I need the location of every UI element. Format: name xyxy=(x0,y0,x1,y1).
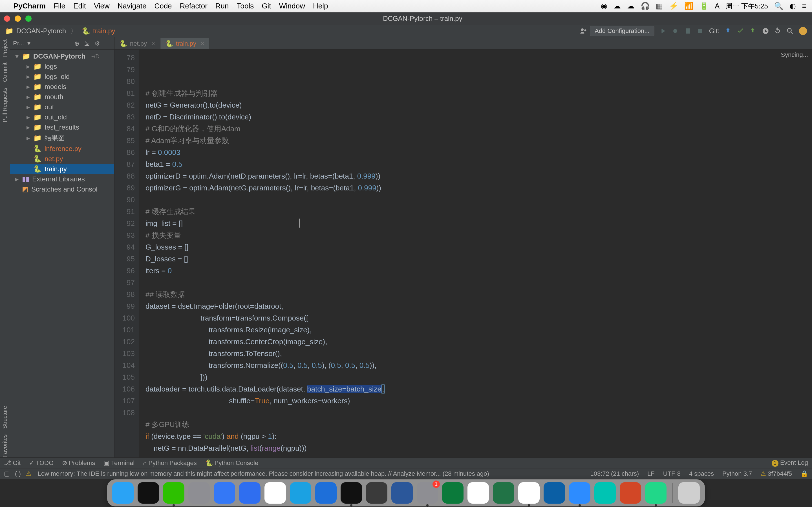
zoom-window-button[interactable] xyxy=(26,15,32,22)
dock-keynote-blue-icon[interactable] xyxy=(290,482,311,504)
git-push-icon[interactable] xyxy=(749,27,757,35)
dock-powerpoint-icon[interactable] xyxy=(620,482,641,504)
tray-siri-icon[interactable]: ◐ xyxy=(790,2,796,10)
status-caret-pos[interactable]: 103:72 (21 chars) xyxy=(591,470,639,477)
tree-folder-results-cn[interactable]: ▸📁结果图 xyxy=(10,132,114,144)
coverage-icon[interactable] xyxy=(684,27,692,35)
menu-git[interactable]: Git xyxy=(262,2,271,10)
dock-wechat-icon[interactable] xyxy=(163,482,185,504)
dock-siri-icon[interactable] xyxy=(138,482,159,504)
event-log[interactable]: 1Event Log xyxy=(772,459,808,467)
tree-folder-models[interactable]: ▸📁models xyxy=(10,82,114,92)
tray-cloud-icon[interactable]: ☁ xyxy=(627,2,635,10)
menu-help[interactable]: Help xyxy=(313,2,328,10)
breadcrumb-context-icon[interactable]: ( ) xyxy=(15,470,21,477)
dock-launchpad-icon[interactable] xyxy=(188,482,210,504)
status-eol[interactable]: LF xyxy=(647,470,655,477)
rail-structure[interactable]: Structure xyxy=(2,406,8,429)
menu-view[interactable]: View xyxy=(94,2,110,10)
menu-edit[interactable]: Edit xyxy=(73,2,86,10)
dock-lark-icon[interactable] xyxy=(594,482,616,504)
tray-headphones-icon[interactable]: 🎧 xyxy=(641,2,650,10)
tab-train[interactable]: 🐍train.py× xyxy=(160,38,210,49)
debug-icon[interactable] xyxy=(671,27,679,35)
dock-settings-icon[interactable]: 1 xyxy=(417,482,438,504)
status-encoding[interactable]: UTF-8 xyxy=(663,470,680,477)
tree-folder-logs[interactable]: ▸📁logs xyxy=(10,61,114,71)
code-area[interactable]: 7879808182838485868788899091929394959697… xyxy=(114,50,812,457)
menu-code[interactable]: Code xyxy=(154,2,172,10)
stop-icon[interactable] xyxy=(696,27,704,35)
dock-finder-icon[interactable] xyxy=(112,482,134,504)
dock-iterm-icon[interactable] xyxy=(442,482,463,504)
git-update-icon[interactable] xyxy=(724,27,732,35)
menubar-clock[interactable]: 周一 下午5:25 xyxy=(726,2,768,11)
tree-file-inference[interactable]: 🐍inference.py xyxy=(10,144,114,154)
dock-photos-icon[interactable] xyxy=(264,482,286,504)
tree-file-net[interactable]: 🐍net.py xyxy=(10,154,114,164)
breadcrumb[interactable]: 📁 DCGAN-Pytorch 〉 🐍 train.py xyxy=(5,26,115,36)
rail-commit[interactable]: Commit xyxy=(2,62,8,82)
panel-settings-icon[interactable]: ⚙ xyxy=(94,40,101,47)
dock-notes-icon[interactable] xyxy=(467,482,489,504)
expand-all-icon[interactable]: ⇲ xyxy=(84,40,91,47)
dock-quicktime-icon[interactable] xyxy=(366,482,388,504)
rail-favorites[interactable]: Favorites xyxy=(2,434,8,457)
tool-terminal[interactable]: ▣ Terminal xyxy=(103,459,135,467)
status-lock-icon[interactable]: 🔒 xyxy=(801,470,808,477)
dock-terminal-icon[interactable] xyxy=(341,482,362,504)
breadcrumb-project[interactable]: DCGAN-Pytorch xyxy=(16,27,66,35)
menu-navigate[interactable]: Navigate xyxy=(117,2,147,10)
menu-refactor[interactable]: Refactor xyxy=(180,2,207,10)
git-commit-icon[interactable] xyxy=(737,27,744,35)
tab-net[interactable]: 🐍net.py× xyxy=(114,38,160,49)
tool-python-console[interactable]: 🐍 Python Console xyxy=(205,459,258,467)
tray-record-icon[interactable]: ◉ xyxy=(601,2,607,10)
dock-pycharm-icon[interactable] xyxy=(645,482,666,504)
rail-pull-requests[interactable]: Pull Requests xyxy=(2,88,8,122)
tree-folder-out[interactable]: ▸📁out xyxy=(10,102,114,112)
tool-git[interactable]: ⎇ Git xyxy=(4,459,20,467)
hide-panel-icon[interactable]: — xyxy=(105,40,111,47)
chevron-down-icon[interactable]: ▾ xyxy=(28,40,31,47)
close-tab-icon[interactable]: × xyxy=(151,40,155,47)
code-with-me-icon[interactable] xyxy=(580,27,588,35)
tree-external-libs[interactable]: ▸▮▮External Libraries xyxy=(10,174,114,184)
history-icon[interactable] xyxy=(761,27,769,35)
dock-vscode-like-icon[interactable] xyxy=(544,482,565,504)
tray-battery-icon[interactable]: 🔋 xyxy=(700,2,709,10)
tray-spotlight-icon[interactable]: 🔍 xyxy=(774,2,783,10)
rail-project[interactable]: Project xyxy=(2,40,8,57)
tray-power-icon[interactable]: ⚡ xyxy=(669,2,678,10)
search-everywhere-icon[interactable] xyxy=(786,27,794,35)
breadcrumb-file[interactable]: train.py xyxy=(93,27,115,35)
tree-folder-logs-old[interactable]: ▸📁logs_old xyxy=(10,71,114,82)
tray-input-icon[interactable]: A xyxy=(715,2,719,10)
dock-zoom-icon[interactable] xyxy=(569,482,591,504)
dock-trash-icon[interactable] xyxy=(678,482,700,504)
run-icon[interactable] xyxy=(659,27,667,35)
tool-python-packages[interactable]: ⌂ Python Packages xyxy=(143,459,197,467)
tool-todo[interactable]: ✓ TODO xyxy=(29,459,54,467)
tray-wifi-icon[interactable]: 📶 xyxy=(684,2,693,10)
tree-folder-out-old[interactable]: ▸📁out_old xyxy=(10,112,114,122)
dock-xcode-icon[interactable] xyxy=(315,482,337,504)
tray-wechat-icon[interactable]: ☁ xyxy=(613,2,621,10)
menubar-appname[interactable]: PyCharm xyxy=(13,2,46,10)
dock-excel-icon[interactable] xyxy=(493,482,514,504)
tree-folder-test-results[interactable]: ▸📁test_results xyxy=(10,122,114,132)
menu-window[interactable]: Window xyxy=(279,2,305,10)
tray-app-icon[interactable]: ▦ xyxy=(656,2,663,10)
dock-mail-icon[interactable] xyxy=(214,482,235,504)
tree-folder-mouth[interactable]: ▸📁mouth xyxy=(10,92,114,102)
add-configuration-button[interactable]: Add Configuration... xyxy=(590,26,654,36)
avatar[interactable] xyxy=(799,27,807,35)
dock-word-icon[interactable] xyxy=(391,482,413,504)
close-tab-icon[interactable]: × xyxy=(201,40,204,47)
code-lines[interactable]: # 创建生成器与判别器netG = Generator().to(device)… xyxy=(139,50,812,457)
menu-tools[interactable]: Tools xyxy=(237,2,254,10)
close-window-button[interactable] xyxy=(4,15,10,22)
menu-run[interactable]: Run xyxy=(215,2,229,10)
project-panel-title[interactable]: Pr... xyxy=(13,40,24,47)
tool-problems[interactable]: ⊘ Problems xyxy=(62,459,95,467)
